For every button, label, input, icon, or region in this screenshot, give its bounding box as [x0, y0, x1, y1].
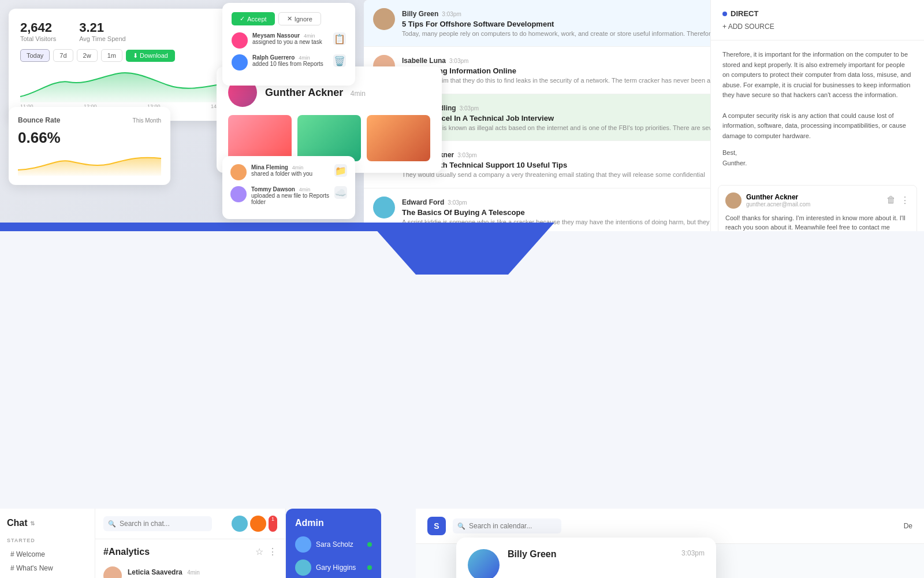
msg-author-1: Leticia Saavedra: [128, 568, 182, 576]
reply-email-addr: gunther.acner@mail.com: [746, 201, 810, 208]
top-section: 2,642 Total Visitors 3.21 Avg Time Spend…: [0, 0, 924, 231]
chat-sort-icon: ⇅: [30, 520, 35, 527]
notif2-action-2: uploaded a new file to Reports folder: [251, 192, 330, 205]
email-signature: Best,Gunther.: [722, 148, 912, 168]
popup-author: Billy Green: [508, 549, 673, 560]
star-icon[interactable]: ☆: [255, 546, 263, 557]
chat-header-avatars: 1: [232, 516, 277, 532]
started-section-label: STARTED: [7, 538, 88, 543]
msg-time-1: 4min: [187, 569, 200, 576]
floating-popup: Billy Green 3:03pm 5 Tips For Offshore S…: [456, 538, 716, 578]
sidebar-whats-new[interactable]: # What's New: [7, 562, 88, 575]
period-2w-btn[interactable]: 2w: [77, 49, 98, 62]
chat-av-1: [232, 516, 248, 532]
bounce-period: This Month: [133, 117, 161, 124]
dashboard-chart: [20, 68, 217, 102]
chat-main: 🔍 1 #Analytics ☆ ⋮ Leticia Saavedra 4min: [95, 509, 286, 578]
chat-notif-badge: 1: [269, 516, 277, 532]
article-time-1: 3:03pm: [442, 11, 461, 17]
profile-images: [228, 115, 430, 161]
article-author-5: Edward Ford: [402, 198, 444, 206]
article-author-1: Billy Green: [402, 10, 438, 18]
search-wrap: 🔍: [103, 516, 227, 531]
notif2-name-2: Tommy Dawson: [251, 186, 295, 192]
notif-avatar-1: [232, 32, 248, 49]
notif2-icon-1: 📁: [334, 164, 347, 177]
reply-header: Gunther Ackner gunther.acner@mail.com 🗑 …: [725, 192, 910, 209]
article-author-2: Isabelle Luna: [402, 57, 446, 65]
cal-search-icon: 🔍: [457, 523, 465, 530]
popup-header: Billy Green 3:03pm: [468, 549, 705, 578]
bounce-rate-panel: Bounce Rate This Month 0.66%: [9, 107, 170, 185]
notifications-panel-2: Mina Fleming 4min shared a folder with y…: [222, 156, 355, 219]
total-visitors-value: 2,642: [20, 20, 56, 35]
bounce-value: 0.66%: [18, 129, 161, 147]
calendar-search-input[interactable]: [453, 518, 561, 533]
total-visitors-label: Total Visitors: [20, 35, 56, 42]
chat-sidebar: Chat ⇅ STARTED # Welcome # What's New CH…: [0, 509, 95, 578]
more-options-icon[interactable]: ⋮: [268, 546, 277, 557]
chat-msg-1: Leticia Saavedra 4min Happy Friday Team!…: [95, 562, 285, 578]
period-1m-btn[interactable]: 1m: [101, 49, 122, 62]
chat-main-header: 🔍 1: [95, 509, 285, 539]
bounce-title: Bounce Rate: [18, 116, 60, 124]
period-7d-btn[interactable]: 7d: [53, 49, 73, 62]
notif-name-2: Ralph Guerrero: [252, 54, 295, 61]
search-icon: 🔍: [108, 520, 116, 528]
profile-img-3: [367, 115, 430, 161]
calendar-view-options: De: [904, 522, 912, 530]
chat-search-input[interactable]: [103, 516, 212, 531]
online-indicator-1: [367, 542, 372, 547]
profile-time: 4min: [351, 90, 366, 98]
notif2-action-1: shared a folder with you: [251, 171, 330, 177]
admin-av-1: [295, 536, 311, 553]
accept-ignore-controls: ✓ Accept ✕ Ignore: [232, 12, 346, 25]
add-source-btn[interactable]: + ADD SOURCE: [722, 23, 912, 31]
reply-name: Gunther Ackner: [746, 193, 810, 201]
direct-label: DIRECT: [722, 9, 912, 18]
notif-time-1: 4min: [304, 33, 315, 39]
notif2-icon-2: ☁️: [334, 186, 347, 199]
admin-member-1: Sara Scholz: [295, 536, 372, 553]
msg-avatar-1: [103, 566, 122, 578]
notif-item-2: Ralph Guerrero 4min added 10 files from …: [232, 54, 346, 71]
chat-av-2: [250, 516, 266, 532]
dashboard-panel: 2,642 Total Visitors 3.21 Avg Time Spend…: [9, 9, 228, 121]
channel-name: #Analytics: [103, 547, 150, 557]
notif-avatar-2: [232, 54, 248, 71]
admin-av-2: [295, 560, 311, 576]
notifications-panel: ✓ Accept ✕ Ignore Meysam Nassour 4min as…: [222, 3, 355, 86]
more-icon[interactable]: ⋮: [900, 195, 910, 206]
notif-item-1: Meysam Nassour 4min assigned to you a ne…: [232, 32, 346, 49]
accept-btn[interactable]: ✓ Accept: [232, 12, 275, 25]
total-visitors-stat: 2,642 Total Visitors: [20, 20, 56, 42]
email-panel: DIRECT + ADD SOURCE Therefore, it is imp…: [710, 0, 924, 231]
email-body: Therefore, it is important for the infor…: [711, 40, 924, 178]
article-avatar-5: [373, 197, 395, 218]
notif2-name-1: Mina Fleming: [251, 164, 288, 171]
calendar-logo: S: [427, 517, 446, 535]
popup-time: 3:03pm: [681, 549, 705, 557]
notif-name-1: Meysam Nassour: [252, 32, 300, 39]
notif-action-1: assigned to you a new task: [252, 39, 329, 45]
notif-icon-1: 📋: [333, 32, 346, 45]
admin-title: Admin: [295, 518, 372, 528]
trash-icon[interactable]: 🗑: [886, 195, 896, 206]
period-today-btn[interactable]: Today: [20, 49, 50, 62]
admin-panel: Admin Sara Scholz Gary Higgins: [286, 509, 381, 578]
admin-name-1: Sara Scholz: [316, 540, 367, 549]
profile-info: Gunther Ackner 4min: [265, 87, 366, 99]
notif2-item-1: Mina Fleming 4min shared a folder with y…: [230, 164, 347, 180]
ignore-btn[interactable]: ✕ Ignore: [278, 12, 321, 25]
profile-img-2: [297, 115, 361, 161]
direct-indicator: [722, 12, 727, 16]
notif-action-2: added 10 files from Reports: [252, 61, 329, 67]
sidebar-welcome[interactable]: # Welcome: [7, 548, 88, 561]
download-btn[interactable]: ⬇ Download: [126, 50, 175, 62]
email-header: DIRECT + ADD SOURCE: [711, 0, 924, 40]
popup-avatar: [468, 549, 500, 578]
reply-text: Cool! thanks for sharing. I'm interested…: [725, 213, 910, 231]
chat-title: Chat ⇅: [7, 518, 88, 528]
reply-avatar: [725, 192, 742, 209]
channel-header: #Analytics ☆ ⋮: [95, 539, 285, 562]
